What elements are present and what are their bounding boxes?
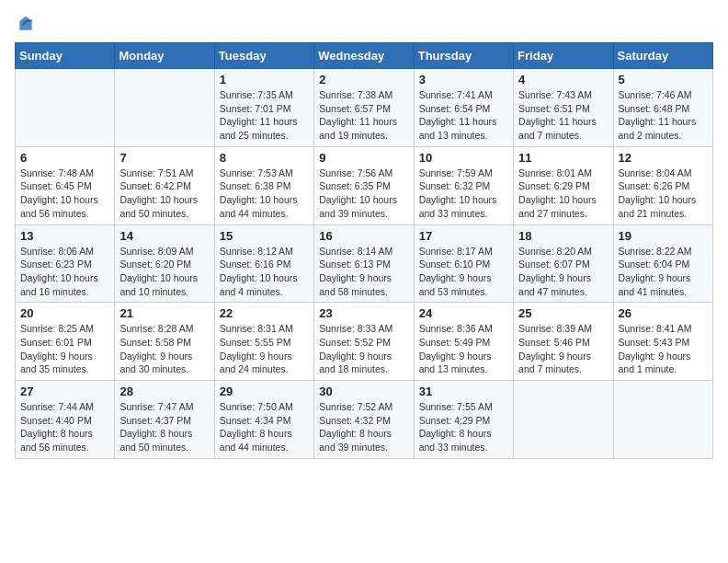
day-number: 24 — [419, 306, 508, 320]
day-info: Sunrise: 7:43 AM Sunset: 6:51 PM Dayligh… — [518, 88, 608, 143]
day-info: Sunrise: 7:47 AM Sunset: 4:37 PM Dayligh… — [119, 400, 209, 454]
day-info: Sunrise: 7:56 AM Sunset: 6:35 PM Dayligh… — [319, 167, 408, 221]
day-number: 12 — [619, 151, 708, 165]
calendar-cell — [115, 69, 214, 147]
calendar-cell: 11Sunrise: 8:01 AM Sunset: 6:29 PM Dayli… — [514, 146, 613, 224]
calendar-week-row: 6Sunrise: 7:48 AM Sunset: 6:45 PM Daylig… — [16, 146, 713, 224]
page-header — [15, 15, 713, 33]
day-number: 16 — [319, 229, 408, 243]
day-info: Sunrise: 7:50 AM Sunset: 4:34 PM Dayligh… — [220, 400, 309, 454]
day-info: Sunrise: 8:41 AM Sunset: 5:43 PM Dayligh… — [619, 322, 708, 376]
calendar-cell: 30Sunrise: 7:52 AM Sunset: 4:32 PM Dayli… — [314, 381, 414, 459]
calendar-cell: 9Sunrise: 7:56 AM Sunset: 6:35 PM Daylig… — [314, 146, 414, 224]
day-number: 11 — [518, 151, 608, 165]
calendar-week-row: 20Sunrise: 8:25 AM Sunset: 6:01 PM Dayli… — [16, 303, 713, 381]
day-number: 26 — [619, 306, 708, 320]
day-info: Sunrise: 8:28 AM Sunset: 5:58 PM Dayligh… — [119, 322, 209, 376]
calendar-cell: 29Sunrise: 7:50 AM Sunset: 4:34 PM Dayli… — [214, 381, 313, 459]
day-number: 31 — [419, 385, 508, 398]
weekday-header: Thursday — [414, 43, 513, 69]
day-number: 19 — [619, 229, 708, 243]
day-info: Sunrise: 8:39 AM Sunset: 5:46 PM Dayligh… — [518, 322, 608, 376]
calendar-header: SundayMondayTuesdayWednesdayThursdayFrid… — [16, 43, 713, 69]
day-number: 9 — [319, 151, 408, 165]
day-info: Sunrise: 7:55 AM Sunset: 4:29 PM Dayligh… — [419, 400, 508, 454]
calendar-cell: 20Sunrise: 8:25 AM Sunset: 6:01 PM Dayli… — [16, 303, 115, 381]
calendar-cell: 4Sunrise: 7:43 AM Sunset: 6:51 PM Daylig… — [514, 69, 613, 147]
day-number: 3 — [419, 73, 508, 86]
day-info: Sunrise: 7:38 AM Sunset: 6:57 PM Dayligh… — [319, 88, 408, 143]
calendar-cell: 7Sunrise: 7:51 AM Sunset: 6:42 PM Daylig… — [115, 146, 214, 224]
calendar-cell: 27Sunrise: 7:44 AM Sunset: 4:40 PM Dayli… — [16, 381, 115, 459]
calendar-cell: 28Sunrise: 7:47 AM Sunset: 4:37 PM Dayli… — [115, 381, 214, 459]
day-number: 4 — [518, 73, 608, 86]
day-number: 8 — [220, 151, 309, 165]
day-info: Sunrise: 8:33 AM Sunset: 5:52 PM Dayligh… — [319, 322, 408, 376]
day-info: Sunrise: 7:48 AM Sunset: 6:45 PM Dayligh… — [20, 167, 109, 221]
weekday-header: Monday — [115, 43, 214, 69]
day-info: Sunrise: 8:12 AM Sunset: 6:16 PM Dayligh… — [220, 245, 309, 299]
calendar-cell — [514, 381, 613, 459]
day-number: 1 — [220, 73, 309, 86]
day-info: Sunrise: 8:20 AM Sunset: 6:07 PM Dayligh… — [518, 245, 608, 299]
day-info: Sunrise: 8:01 AM Sunset: 6:29 PM Dayligh… — [518, 167, 608, 221]
day-number: 30 — [319, 385, 408, 398]
day-number: 18 — [518, 229, 608, 243]
calendar-cell — [613, 381, 712, 459]
calendar-cell: 6Sunrise: 7:48 AM Sunset: 6:45 PM Daylig… — [16, 146, 115, 224]
day-number: 20 — [20, 306, 109, 320]
day-number: 6 — [20, 151, 109, 165]
day-number: 28 — [119, 385, 209, 398]
calendar-cell: 16Sunrise: 8:14 AM Sunset: 6:13 PM Dayli… — [314, 224, 414, 303]
day-number: 2 — [319, 73, 408, 86]
day-info: Sunrise: 7:52 AM Sunset: 4:32 PM Dayligh… — [319, 400, 408, 454]
calendar-cell: 2Sunrise: 7:38 AM Sunset: 6:57 PM Daylig… — [314, 69, 414, 147]
calendar-cell: 14Sunrise: 8:09 AM Sunset: 6:20 PM Dayli… — [115, 224, 214, 303]
calendar-cell: 26Sunrise: 8:41 AM Sunset: 5:43 PM Dayli… — [613, 303, 712, 381]
calendar-cell: 3Sunrise: 7:41 AM Sunset: 6:54 PM Daylig… — [414, 69, 513, 147]
day-info: Sunrise: 8:22 AM Sunset: 6:04 PM Dayligh… — [619, 245, 708, 299]
calendar-week-row: 1Sunrise: 7:35 AM Sunset: 7:01 PM Daylig… — [16, 69, 713, 147]
day-info: Sunrise: 8:06 AM Sunset: 6:23 PM Dayligh… — [20, 245, 109, 299]
weekday-header: Wednesday — [314, 43, 414, 69]
calendar-cell: 5Sunrise: 7:46 AM Sunset: 6:48 PM Daylig… — [613, 69, 712, 147]
logo-icon — [17, 15, 35, 33]
calendar-cell: 22Sunrise: 8:31 AM Sunset: 5:55 PM Dayli… — [214, 303, 313, 381]
logo — [15, 15, 35, 33]
day-info: Sunrise: 8:04 AM Sunset: 6:26 PM Dayligh… — [619, 167, 708, 221]
day-info: Sunrise: 8:14 AM Sunset: 6:13 PM Dayligh… — [319, 245, 408, 299]
day-number: 14 — [119, 229, 209, 243]
calendar-cell: 31Sunrise: 7:55 AM Sunset: 4:29 PM Dayli… — [414, 381, 513, 459]
day-number: 27 — [20, 385, 109, 398]
day-number: 13 — [20, 229, 109, 243]
day-info: Sunrise: 8:25 AM Sunset: 6:01 PM Dayligh… — [20, 322, 109, 376]
day-info: Sunrise: 7:59 AM Sunset: 6:32 PM Dayligh… — [419, 167, 508, 221]
weekday-header: Sunday — [16, 43, 115, 69]
calendar-cell — [16, 69, 115, 147]
day-info: Sunrise: 7:35 AM Sunset: 7:01 PM Dayligh… — [220, 88, 309, 143]
calendar-table: SundayMondayTuesdayWednesdayThursdayFrid… — [15, 42, 713, 459]
calendar-cell: 24Sunrise: 8:36 AM Sunset: 5:49 PM Dayli… — [414, 303, 513, 381]
calendar-cell: 10Sunrise: 7:59 AM Sunset: 6:32 PM Dayli… — [414, 146, 513, 224]
calendar-cell: 8Sunrise: 7:53 AM Sunset: 6:38 PM Daylig… — [214, 146, 313, 224]
calendar-cell: 15Sunrise: 8:12 AM Sunset: 6:16 PM Dayli… — [214, 224, 313, 303]
day-info: Sunrise: 7:44 AM Sunset: 4:40 PM Dayligh… — [20, 400, 109, 454]
day-number: 25 — [518, 306, 608, 320]
calendar-cell: 12Sunrise: 8:04 AM Sunset: 6:26 PM Dayli… — [613, 146, 712, 224]
day-number: 21 — [119, 306, 209, 320]
day-number: 23 — [319, 306, 408, 320]
weekday-header: Friday — [514, 43, 613, 69]
day-info: Sunrise: 8:31 AM Sunset: 5:55 PM Dayligh… — [220, 322, 309, 376]
calendar-cell: 21Sunrise: 8:28 AM Sunset: 5:58 PM Dayli… — [115, 303, 214, 381]
day-number: 5 — [619, 73, 708, 86]
day-info: Sunrise: 7:51 AM Sunset: 6:42 PM Dayligh… — [119, 167, 209, 221]
day-info: Sunrise: 8:17 AM Sunset: 6:10 PM Dayligh… — [419, 245, 508, 299]
calendar-week-row: 13Sunrise: 8:06 AM Sunset: 6:23 PM Dayli… — [16, 224, 713, 303]
day-number: 22 — [220, 306, 309, 320]
day-info: Sunrise: 8:36 AM Sunset: 5:49 PM Dayligh… — [419, 322, 508, 376]
calendar-cell: 1Sunrise: 7:35 AM Sunset: 7:01 PM Daylig… — [214, 69, 313, 147]
calendar-cell: 19Sunrise: 8:22 AM Sunset: 6:04 PM Dayli… — [613, 224, 712, 303]
day-number: 17 — [419, 229, 508, 243]
calendar-week-row: 27Sunrise: 7:44 AM Sunset: 4:40 PM Dayli… — [16, 381, 713, 459]
day-info: Sunrise: 7:46 AM Sunset: 6:48 PM Dayligh… — [619, 88, 708, 143]
